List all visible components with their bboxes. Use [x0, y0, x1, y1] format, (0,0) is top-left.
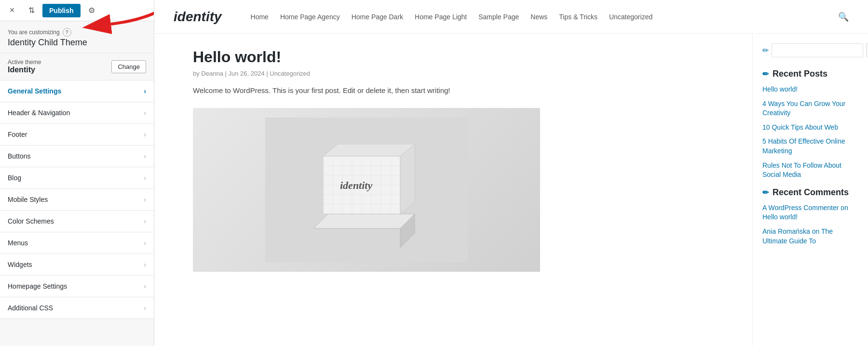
menu-item-label: General Settings: [8, 87, 61, 95]
menu-item-label: Mobile Styles: [8, 196, 48, 203]
site-header: identity Home Home Page Agency Home Page…: [154, 0, 868, 34]
menu-item-mobile-styles[interactable]: Mobile Styles ›: [0, 189, 154, 211]
nav-link-tips[interactable]: Tips & Tricks: [559, 13, 597, 21]
menu-item-label: Footer: [8, 131, 27, 138]
menu-item-color-schemes[interactable]: Color Schemes ›: [0, 211, 154, 232]
post-image: identity: [193, 108, 540, 272]
pencil-icon: ✏: [762, 46, 769, 55]
help-icon[interactable]: ?: [63, 28, 71, 37]
recent-comment-1[interactable]: A WordPress Commenter on Hello world!: [762, 203, 858, 222]
chevron-right-icon: ›: [144, 152, 146, 160]
search-input[interactable]: [772, 43, 863, 57]
nav-link-news[interactable]: News: [530, 13, 547, 21]
site-content: Hello world! by Deanna | Jun 26, 2024 | …: [154, 34, 868, 346]
nav-link-sample[interactable]: Sample Page: [478, 13, 519, 21]
recent-posts-title: ✏ Recent Posts: [762, 69, 858, 79]
post-title: Hello world!: [193, 48, 723, 66]
recent-comments-title: ✏ Recent Comments: [762, 187, 858, 198]
site-logo: identity: [174, 9, 222, 25]
chevron-right-icon: ›: [144, 174, 146, 182]
menu-item-label: Blog: [8, 174, 21, 182]
menu-item-label: Header & Navigation: [8, 109, 70, 117]
recent-comment-2[interactable]: Ania Romańska on The Ultimate Guide To: [762, 227, 858, 246]
menu-item-buttons[interactable]: Buttons ›: [0, 146, 154, 167]
customizer-topbar: × ⇅ Publish ⚙: [0, 0, 154, 21]
recent-post-4[interactable]: 5 Habits Of Effective Online Marketing: [762, 137, 858, 156]
pencil-icon-comments: ✏: [762, 188, 769, 197]
recent-post-2[interactable]: 4 Ways You Can Grow Your Creativity: [762, 99, 858, 118]
site-preview: identity Home Home Page Agency Home Page…: [154, 0, 868, 346]
menu-item-blog[interactable]: Blog ›: [0, 167, 154, 189]
menu-item-label: Menus: [8, 239, 28, 247]
customizing-info: You are customizing ? Identity Child The…: [0, 21, 154, 53]
active-theme-section: Active theme Identity Change: [0, 53, 154, 80]
recent-post-3[interactable]: 10 Quick Tips About Web: [762, 123, 858, 133]
menu-item-general-settings[interactable]: General Settings ›: [0, 80, 154, 102]
nav-link-uncategorized[interactable]: Uncategorized: [609, 13, 652, 21]
post-meta: by Deanna | Jun 26, 2024 | Uncategorized: [193, 70, 723, 77]
reorder-button[interactable]: ⇅: [23, 2, 40, 19]
svg-marker-7: [323, 144, 415, 156]
svg-marker-3: [313, 214, 415, 228]
menu-item-label: Additional CSS: [8, 304, 53, 312]
menu-item-widgets[interactable]: Widgets ›: [0, 254, 154, 276]
chevron-right-icon: ›: [144, 304, 146, 312]
sidebar: ✏ Search ✏ Recent Posts Hello world! 4 W…: [752, 34, 868, 346]
menu-section: General Settings › Header & Navigation ›…: [0, 80, 154, 346]
menu-item-menus[interactable]: Menus ›: [0, 232, 154, 254]
nav-link-agency[interactable]: Home Page Agency: [280, 13, 340, 21]
menu-item-label: Buttons: [8, 152, 30, 160]
close-button[interactable]: ×: [4, 2, 20, 19]
sidebar-search: ✏ Search: [762, 43, 858, 57]
chevron-right-icon: ›: [144, 239, 146, 247]
menu-item-footer[interactable]: Footer ›: [0, 124, 154, 146]
menu-item-header-navigation[interactable]: Header & Navigation ›: [0, 102, 154, 124]
menu-item-label: Color Schemes: [8, 217, 54, 225]
recent-post-5[interactable]: Rules Not To Follow About Social Media: [762, 161, 858, 180]
recent-post-1[interactable]: Hello world!: [762, 85, 858, 94]
nav-link-dark[interactable]: Home Page Dark: [352, 13, 403, 21]
chevron-right-icon: ›: [144, 261, 146, 268]
menu-item-label: Widgets: [8, 261, 32, 268]
search-button[interactable]: Search: [866, 43, 868, 57]
customizing-title: Identity Child Theme: [8, 38, 146, 48]
chevron-right-icon: ›: [144, 131, 146, 138]
menu-item-homepage-settings[interactable]: Homepage Settings ›: [0, 276, 154, 297]
active-theme-label: Active theme: [8, 59, 41, 66]
post-excerpt: Welcome to WordPress. This is your first…: [193, 85, 723, 96]
chevron-right-icon: ›: [144, 196, 146, 203]
chevron-right-icon: ›: [144, 109, 146, 117]
publish-button[interactable]: Publish: [42, 4, 81, 17]
active-theme-name: Identity: [8, 66, 41, 74]
nav-link-light[interactable]: Home Page Light: [415, 13, 467, 21]
nav-link-home[interactable]: Home: [251, 13, 269, 21]
svg-text:identity: identity: [340, 179, 372, 191]
change-theme-button[interactable]: Change: [111, 60, 146, 73]
gear-button[interactable]: ⚙: [83, 2, 100, 19]
customizer-panel: × ⇅ Publish ⚙ You are customizing ? Iden…: [0, 0, 154, 346]
chevron-right-icon: ›: [144, 282, 146, 290]
pencil-icon-posts: ✏: [762, 69, 769, 79]
menu-item-label: Homepage Settings: [8, 282, 67, 290]
site-nav: Home Home Page Agency Home Page Dark Hom…: [251, 13, 824, 21]
chevron-right-icon: ›: [144, 87, 146, 95]
chevron-right-icon: ›: [144, 217, 146, 225]
menu-item-additional-css[interactable]: Additional CSS ›: [0, 297, 154, 319]
box-illustration: identity: [265, 118, 468, 262]
customizing-label: You are customizing ?: [8, 28, 146, 37]
search-icon[interactable]: 🔍: [838, 12, 849, 22]
main-content: Hello world! by Deanna | Jun 26, 2024 | …: [154, 34, 752, 346]
